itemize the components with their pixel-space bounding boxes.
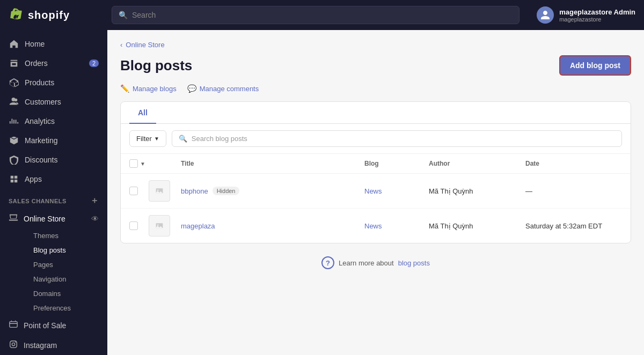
customers-icon [9, 97, 19, 107]
search-bar[interactable]: 🔍 [112, 6, 519, 24]
sidebar-sub-pages[interactable]: Pages [25, 257, 107, 272]
sales-channels-label: SALES CHANNELS [9, 198, 67, 204]
select-all-check[interactable]: ▼ [129, 159, 149, 168]
checkbox-chevron-icon: ▼ [140, 161, 145, 167]
manage-comments-link[interactable]: 💬 Manage comments [187, 84, 259, 93]
online-store-icon [9, 213, 18, 224]
main-content: ‹ Online Store Blog posts Add blog post … [107, 30, 644, 355]
row2-date: Saturday at 5:32am EDT [525, 222, 622, 230]
row2-blog-link[interactable]: News [364, 222, 382, 230]
sidebar-item-analytics[interactable]: Analytics [0, 112, 107, 131]
sidebar-sub-preferences[interactable]: Preferences [25, 301, 107, 315]
table-row: bbphone Hidden News Mã Thị Quỳnh — [121, 174, 631, 209]
topbar: shopify 🔍 mageplazastore Admin mageplaza… [0, 0, 644, 30]
search-blog-icon: 🔍 [179, 135, 187, 143]
table-row: mageplaza News Mã Thị Quỳnh Saturday at … [121, 209, 631, 243]
pos-label: Point of Sale [24, 321, 66, 330]
header-checkbox[interactable] [129, 159, 138, 168]
filter-button[interactable]: Filter ▼ [129, 130, 166, 147]
pos-icon [9, 320, 18, 331]
filter-bar: Filter ▼ 🔍 [121, 124, 631, 154]
sidebar-item-home[interactable]: Home [0, 34, 107, 54]
sidebar-item-customers[interactable]: Customers [0, 92, 107, 112]
admin-name: mageplazastore Admin [559, 8, 635, 16]
apps-icon [9, 174, 19, 184]
sidebar-item-products[interactable]: Products [0, 73, 107, 92]
learn-more-inner: ? Learn more about blog posts [321, 256, 430, 269]
tab-all[interactable]: All [129, 102, 156, 123]
sidebar-label-analytics: Analytics [25, 117, 55, 125]
sidebar-item-pos[interactable]: Point of Sale [0, 315, 107, 335]
row2-title-cell: mageplaza [181, 222, 364, 230]
analytics-icon [9, 116, 19, 127]
admin-store: mageplazastore [559, 16, 635, 23]
instagram-label: Instagram [24, 341, 57, 350]
search-icon: 🔍 [119, 11, 128, 19]
row1-checkbox[interactable] [129, 187, 149, 195]
sidebar-sub-blog-posts[interactable]: Blog posts [25, 243, 107, 257]
sidebar-item-orders[interactable]: Orders 2 [0, 54, 107, 73]
topbar-right: mageplazastore Admin mageplazastore [537, 6, 635, 24]
add-blog-post-button[interactable]: Add blog post [559, 55, 631, 76]
manage-blogs-link[interactable]: ✏️ Manage blogs [120, 84, 177, 93]
sidebar-item-online-store[interactable]: Online Store 👁 [0, 209, 107, 228]
instagram-icon [9, 339, 18, 351]
sidebar-label-products: Products [25, 78, 54, 87]
breadcrumb[interactable]: ‹ Online Store [120, 41, 631, 49]
sidebar-sub-domains[interactable]: Domains [25, 286, 107, 301]
sub-items: Themes Blog posts Pages Navigation Domai… [0, 228, 107, 315]
sidebar-nav: Home Orders 2 Products Customers [0, 30, 107, 355]
tabs: All [121, 102, 631, 124]
sidebar-sub-navigation[interactable]: Navigation [25, 272, 107, 286]
eye-icon[interactable]: 👁 [91, 215, 99, 223]
sales-channels-header: SALES CHANNELS ＋ [0, 189, 107, 209]
row1-title-cell: bbphone Hidden [181, 187, 364, 195]
tab-all-label: All [138, 108, 148, 117]
row2-title[interactable]: mageplaza [181, 222, 215, 230]
manage-blogs-label: Manage blogs [133, 85, 177, 93]
layout: Home Orders 2 Products Customers [0, 30, 644, 355]
help-icon: ? [321, 256, 334, 269]
sidebar-label-marketing: Marketing [25, 136, 57, 145]
sidebar-item-discounts[interactable]: Discounts [0, 150, 107, 169]
row2-thumbnail [149, 215, 170, 236]
sidebar-item-apps[interactable]: Apps [0, 169, 107, 189]
navigation-label: Navigation [33, 275, 66, 283]
row1-badge: Hidden [213, 187, 240, 195]
row1-title[interactable]: bbphone [181, 187, 208, 195]
sub-actions: ✏️ Manage blogs 💬 Manage comments [120, 84, 631, 93]
col-title-header: Title [181, 160, 364, 167]
manage-comments-label: Manage comments [200, 85, 259, 93]
svg-point-6 [157, 190, 158, 191]
search-blog-bar[interactable]: 🔍 [172, 130, 622, 147]
preferences-label: Preferences [33, 304, 71, 312]
filter-chevron-icon: ▼ [154, 136, 159, 142]
search-blog-input[interactable] [192, 135, 615, 143]
sidebar-sub-themes[interactable]: Themes [25, 228, 107, 243]
blog-posts-learn-link[interactable]: blog posts [398, 259, 430, 267]
row1-check[interactable] [129, 187, 138, 195]
col-date-header: Date [525, 160, 622, 167]
sidebar: Home Orders 2 Products Customers [0, 30, 107, 355]
home-icon [9, 39, 19, 49]
learn-more-text: Learn more about [339, 259, 394, 267]
row1-blog-link[interactable]: News [364, 187, 382, 195]
row1-thumbnail [149, 180, 170, 202]
row2-check[interactable] [129, 221, 138, 230]
online-store-label: Online Store [24, 215, 65, 223]
sidebar-label-home: Home [25, 40, 45, 48]
blog-posts-label: Blog posts [33, 246, 66, 254]
sidebar-label-discounts: Discounts [25, 156, 57, 164]
search-input[interactable] [132, 11, 513, 19]
pages-label: Pages [33, 261, 53, 269]
row1-author: Mã Thị Quỳnh [429, 187, 525, 195]
sidebar-item-instagram[interactable]: Instagram [0, 335, 107, 355]
row1-date: — [525, 187, 622, 195]
sidebar-item-marketing[interactable]: Marketing [0, 131, 107, 150]
chevron-back-icon: ‹ [120, 41, 122, 49]
online-store-icons: 👁 [91, 215, 99, 223]
row2-checkbox[interactable] [129, 221, 149, 230]
products-icon [9, 77, 19, 88]
edit-icon: ✏️ [120, 84, 129, 93]
add-channel-icon[interactable]: ＋ [90, 195, 99, 206]
